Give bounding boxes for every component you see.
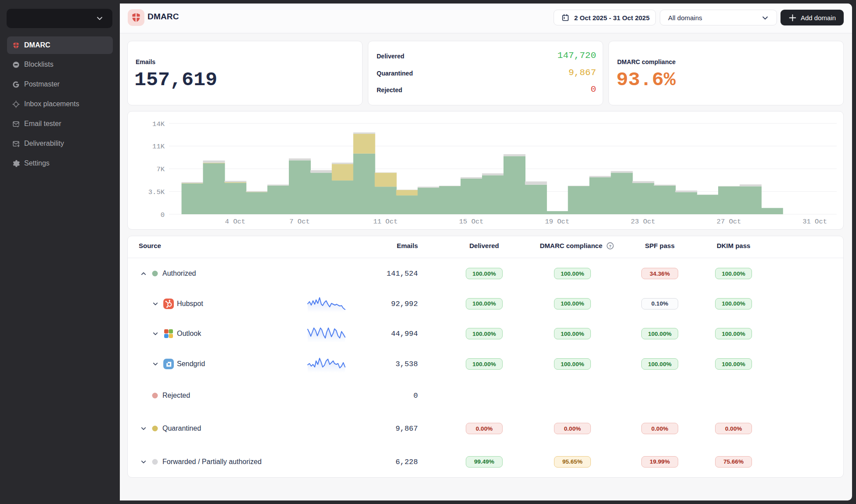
svg-text:14K: 14K	[152, 120, 165, 128]
svg-text:3.5K: 3.5K	[148, 188, 165, 196]
svg-text:7 Oct: 7 Oct	[289, 218, 310, 226]
svg-text:23 Oct: 23 Oct	[631, 218, 655, 226]
svg-text:31 Oct: 31 Oct	[802, 218, 827, 226]
svg-text:0: 0	[161, 211, 165, 219]
svg-text:19 Oct: 19 Oct	[545, 218, 569, 226]
svg-text:11 Oct: 11 Oct	[373, 218, 398, 226]
svg-text:4 Oct: 4 Oct	[225, 218, 246, 226]
svg-text:15 Oct: 15 Oct	[459, 218, 484, 226]
svg-text:27 Oct: 27 Oct	[717, 218, 741, 226]
svg-text:7K: 7K	[156, 166, 165, 173]
svg-text:?: ?	[609, 244, 611, 248]
svg-text:11K: 11K	[152, 143, 165, 151]
